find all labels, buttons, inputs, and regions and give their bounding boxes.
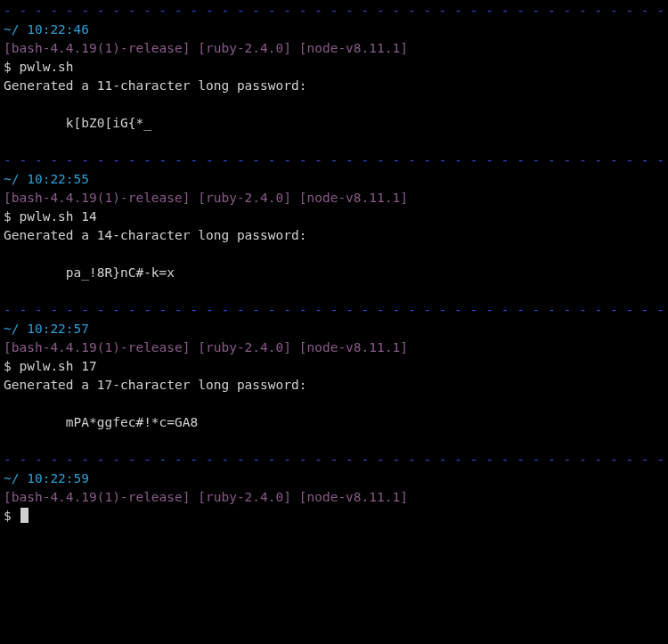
blank-line [4, 395, 664, 413]
prompt-line[interactable]: $ [4, 507, 664, 526]
command-text: pwlw.sh 17 [19, 359, 96, 373]
path-timestamp: ~/ 10:22:46 [4, 20, 664, 39]
prompt-block: ~/ 10:22:59 [bash-4.4.19(1)-release] [ru… [4, 469, 664, 526]
divider: - - - - - - - - - - - - - - - - - - - - … [4, 301, 664, 320]
prompt-symbol: $ [4, 509, 19, 523]
path-timestamp: ~/ 10:22:57 [4, 320, 664, 338]
command-text: pwlw.sh [19, 60, 73, 74]
path-timestamp: ~/ 10:22:59 [4, 469, 664, 488]
divider: - - - - - - - - - - - - - - - - - - - - … [4, 2, 664, 20]
blank-line [4, 245, 664, 264]
terminal-container[interactable]: - - - - - - - - - - - - - - - - - - - - … [4, 2, 664, 526]
env-info: [bash-4.4.19(1)-release] [ruby-2.4.0] [n… [4, 39, 664, 58]
env-info: [bash-4.4.19(1)-release] [ruby-2.4.0] [n… [4, 488, 664, 507]
prompt-symbol: $ [4, 209, 19, 224]
prompt-line: $ pwlw.sh 14 [4, 208, 664, 226]
command-block: ~/ 10:22:55 [bash-4.4.19(1)-release] [ru… [4, 170, 664, 301]
command-text: pwlw.sh 14 [19, 209, 96, 224]
command-block: ~/ 10:22:57 [bash-4.4.19(1)-release] [ru… [4, 320, 664, 451]
output-text: Generated a 14-character long password: [4, 226, 664, 245]
output-text: Generated a 11-character long password: [4, 77, 664, 95]
prompt-line: $ pwlw.sh 17 [4, 357, 664, 376]
blank-line [4, 95, 664, 114]
prompt-line: $ pwlw.sh [4, 58, 664, 77]
generated-password: pa_!8R}nC#-k=x [4, 264, 664, 282]
cursor [20, 508, 29, 523]
blank-line [4, 432, 664, 451]
command-block: ~/ 10:22:46 [bash-4.4.19(1)-release] [ru… [4, 20, 664, 151]
output-text: Generated a 17-character long password: [4, 376, 664, 395]
env-info: [bash-4.4.19(1)-release] [ruby-2.4.0] [n… [4, 338, 664, 357]
prompt-symbol: $ [4, 359, 19, 373]
generated-password: k[bZ0[iG{*_ [4, 114, 664, 133]
blank-line [4, 133, 664, 151]
prompt-symbol: $ [4, 60, 19, 74]
divider: - - - - - - - - - - - - - - - - - - - - … [4, 451, 664, 469]
env-info: [bash-4.4.19(1)-release] [ruby-2.4.0] [n… [4, 189, 664, 208]
blank-line [4, 282, 664, 301]
generated-password: mPA*ggfec#!*c=GA8 [4, 413, 664, 432]
divider: - - - - - - - - - - - - - - - - - - - - … [4, 151, 664, 170]
path-timestamp: ~/ 10:22:55 [4, 170, 664, 189]
